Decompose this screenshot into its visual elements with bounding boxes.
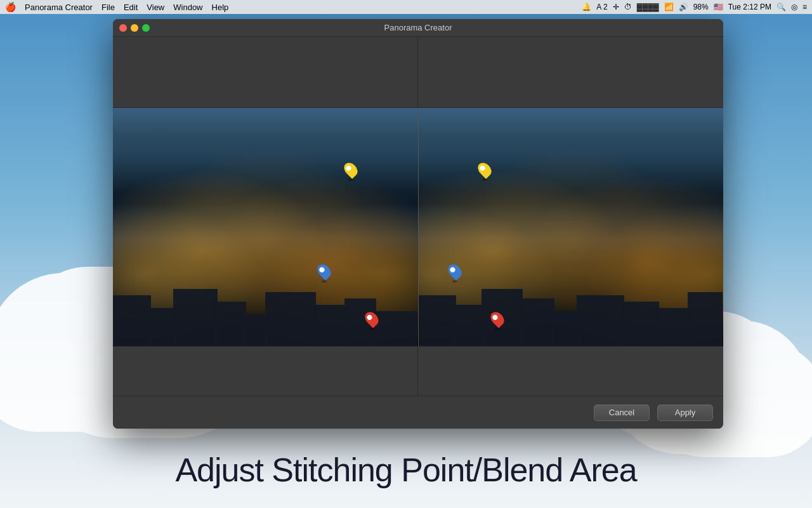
extras-icon[interactable]: ✛	[613, 3, 619, 11]
menubar-edit[interactable]: Edit	[124, 3, 138, 12]
toolbar-left-panel	[113, 37, 418, 107]
adobe-icon: A 2	[596, 3, 607, 11]
blue-pin-left[interactable]	[318, 264, 330, 283]
search-icon[interactable]: 🔍	[776, 3, 786, 11]
yellow-pin-left[interactable]	[345, 162, 357, 181]
titlebar: Panorama Creator	[113, 19, 723, 37]
notification-icon[interactable]: 🔔	[582, 3, 591, 11]
maximize-button[interactable]	[142, 24, 150, 32]
pin-dot	[479, 164, 486, 171]
toolbar-right-panel	[418, 37, 723, 107]
pin-shadow	[348, 178, 353, 181]
toolbar-area	[113, 37, 723, 108]
notification-center-icon[interactable]: ≡	[802, 3, 807, 11]
clock: Tue 2:12 PM	[728, 3, 771, 11]
buildings-left	[113, 270, 418, 346]
close-button[interactable]	[119, 24, 127, 32]
pin-shadow	[495, 328, 500, 330]
window-controls	[119, 24, 150, 32]
red-pin-right[interactable]	[492, 311, 503, 330]
panel-divider	[418, 108, 419, 346]
menubar-right: 🔔 A 2 ✛ ⏱ ▓▓▓▓ 📶 🔊 98% 🇺🇸 Tue 2:12 PM 🔍 …	[582, 3, 807, 11]
pin-dot	[449, 266, 456, 273]
bottom-right-panel	[418, 347, 723, 396]
cancel-button[interactable]: Cancel	[594, 404, 650, 421]
app-window: Panorama Creator	[113, 19, 723, 429]
pin-dot	[366, 314, 373, 321]
siri-icon[interactable]: ◎	[791, 3, 797, 11]
wifi-icon[interactable]: 📶	[664, 3, 674, 11]
minimize-button[interactable]	[131, 24, 138, 32]
left-image-panel[interactable]	[113, 108, 418, 346]
apply-button[interactable]: Apply	[657, 404, 713, 421]
pin-shadow	[452, 280, 457, 283]
footer: Cancel Apply	[113, 396, 723, 429]
time-machine-icon[interactable]: ⏱	[624, 3, 632, 11]
bottom-left-panel	[113, 347, 418, 396]
menubar-file[interactable]: File	[102, 3, 115, 12]
flag-icon[interactable]: 🇺🇸	[714, 3, 723, 11]
bottom-area	[113, 346, 723, 396]
menubar-view[interactable]: View	[147, 3, 164, 12]
image-area	[113, 108, 723, 346]
menubar-help[interactable]: Help	[212, 3, 229, 12]
apple-menu[interactable]: 🍎	[5, 2, 16, 12]
menubar-app-name[interactable]: Panorama Creator	[25, 3, 93, 12]
pin-dot	[318, 266, 325, 273]
pin-shadow	[482, 178, 487, 181]
pin-shadow	[322, 280, 327, 283]
left-city-image	[113, 108, 418, 346]
buildings-right	[418, 270, 723, 346]
window-title: Panorama Creator	[384, 23, 452, 32]
red-pin-left[interactable]	[366, 311, 377, 330]
menubar-left: 🍎 Panorama Creator File Edit View Window…	[5, 2, 228, 12]
pin-shadow	[369, 328, 374, 330]
menubar-window[interactable]: Window	[173, 3, 202, 12]
battery-icon: ▓▓▓▓	[637, 3, 659, 11]
menubar: 🍎 Panorama Creator File Edit View Window…	[0, 0, 812, 14]
right-city-image	[418, 108, 723, 346]
yellow-pin-right[interactable]	[479, 162, 490, 181]
pin-dot	[492, 314, 499, 321]
right-image-panel[interactable]	[418, 108, 723, 346]
bottom-title: Adjust Stitching Point/Blend Area	[0, 451, 812, 489]
window-body: Cancel Apply	[113, 37, 723, 429]
blue-pin-right[interactable]	[449, 264, 461, 283]
pin-dot	[345, 164, 352, 171]
volume-icon[interactable]: 🔊	[679, 3, 688, 11]
battery-percent: 98%	[693, 3, 709, 11]
